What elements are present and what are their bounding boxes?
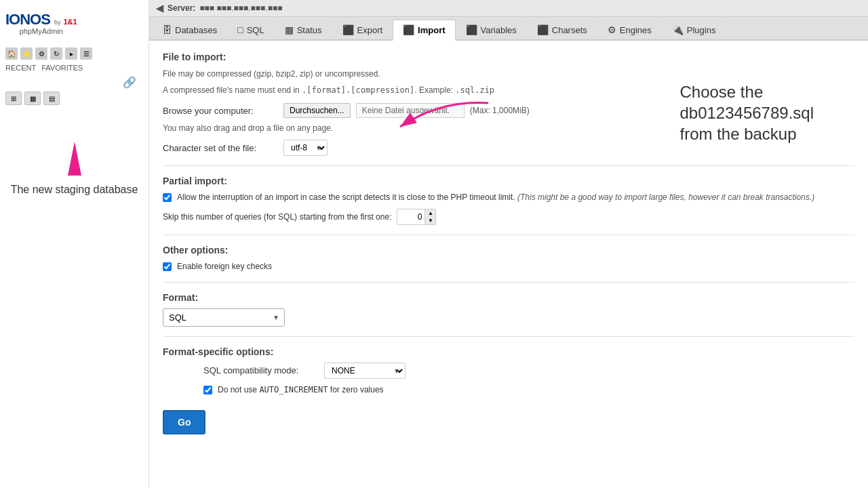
file-import-desc1: File may be compressed (gzip, bzip2, zip… bbox=[163, 68, 854, 80]
allow-interruption-label: Allow the interruption of an import in c… bbox=[177, 192, 814, 203]
compat-mode-row: SQL compatibility mode: NONE ANSI DB2 MA… bbox=[163, 363, 854, 379]
server-label: Server: bbox=[167, 3, 195, 13]
recent-link[interactable]: RECENT bbox=[5, 64, 36, 72]
refresh-icon[interactable]: ↻ bbox=[50, 47, 62, 60]
format-select-wrap: SQL CSV JSON XML bbox=[163, 308, 854, 327]
bookmark-icon[interactable]: ⭐ bbox=[20, 47, 33, 60]
skip-number-wrap: ▲ ▼ bbox=[397, 209, 436, 225]
file-import-title: File to import: bbox=[163, 52, 854, 62]
more-icon[interactable]: ▸ bbox=[65, 47, 77, 60]
import-icon: ⬛ bbox=[403, 24, 414, 35]
allow-interruption-row: Allow the interruption of an import in c… bbox=[163, 192, 854, 203]
toolbar-btn-2[interactable]: ▦ bbox=[24, 92, 41, 105]
status-icon: ▦ bbox=[285, 24, 294, 35]
chain-icon: 🔗 bbox=[123, 76, 136, 89]
charset-label: Character set of the file: bbox=[163, 143, 278, 153]
tab-status[interactable]: ▦ Status bbox=[275, 20, 332, 39]
go-button[interactable]: Go bbox=[163, 410, 205, 434]
server-info: ■■■ ■■■.■■■.■■■.■■■ bbox=[199, 3, 282, 13]
logo-by: by bbox=[54, 19, 61, 26]
stepper: ▲ ▼ bbox=[425, 209, 435, 224]
content-area: File to import: File may be compressed (… bbox=[149, 41, 868, 488]
tab-engines[interactable]: ⚙ Engines bbox=[597, 20, 662, 39]
max-size-label: (Max: 1,000MiB) bbox=[470, 106, 530, 115]
other-options-title: Other options: bbox=[163, 245, 854, 256]
tab-plugins[interactable]: 🔌 Plugins bbox=[662, 20, 726, 39]
partial-import-title: Partial import: bbox=[163, 176, 854, 186]
databases-icon: 🗄 bbox=[162, 24, 172, 35]
tab-export[interactable]: ⬛ Export bbox=[332, 20, 393, 39]
sql-icon: □ bbox=[237, 24, 243, 35]
logo-ionos: IONOS bbox=[5, 12, 50, 27]
charset-select-wrap: utf-8 latin1 utf-16 bbox=[283, 140, 328, 156]
format-specific-title: Format-specific options: bbox=[163, 346, 854, 357]
foreign-key-row: Enable foreign key checks bbox=[163, 261, 854, 272]
format-select[interactable]: SQL CSV JSON XML bbox=[163, 308, 285, 327]
foreign-key-checkbox[interactable] bbox=[163, 262, 172, 271]
engines-icon: ⚙ bbox=[608, 24, 616, 35]
file-import-section: File to import: File may be compressed (… bbox=[163, 52, 854, 96]
compat-select-wrap: NONE ANSI DB2 MAXDB MYSQL323 MYSQL40 MSS… bbox=[324, 363, 406, 379]
main-content: ◀ Server: ■■■ ■■■.■■■.■■■.■■■ 🗄 Database… bbox=[149, 0, 868, 488]
sidebar-toolbar: ⊞ ▦ ▤ bbox=[0, 89, 149, 108]
compat-mode-label: SQL compatibility mode: bbox=[203, 365, 319, 375]
nav-tabs: 🗄 Databases □ SQL ▦ Status ⬛ Export ⬛ Im… bbox=[149, 17, 868, 41]
charsets-icon: ⬛ bbox=[537, 24, 549, 35]
annotation-text: The new staging database bbox=[7, 182, 142, 197]
phpmyadmin-label: phpMyAdmin bbox=[5, 27, 77, 39]
charset-row: Character set of the file: utf-8 latin1 … bbox=[163, 140, 854, 156]
tab-databases[interactable]: 🗄 Databases bbox=[152, 20, 227, 39]
logo-brand: 1&1 bbox=[63, 18, 77, 26]
skip-number-input[interactable] bbox=[397, 211, 425, 223]
favorites-link[interactable]: FAVORITES bbox=[41, 64, 83, 72]
allow-interruption-checkbox[interactable] bbox=[163, 193, 172, 202]
sidebar: IONOS by 1&1 phpMyAdmin 🏠 ⭐ ⚙ ↻ ▸ ☰ RECE… bbox=[0, 0, 149, 488]
sidebar-icons: 🏠 ⭐ ⚙ ↻ ▸ ☰ bbox=[0, 45, 149, 62]
format-title: Format: bbox=[163, 292, 854, 303]
auto-increment-label: Do not use AUTO_INCREMENT for zero value… bbox=[218, 384, 384, 396]
browse-button[interactable]: Durchsuchen... bbox=[283, 103, 351, 118]
charset-select[interactable]: utf-8 latin1 utf-16 bbox=[283, 140, 328, 156]
file-import-desc2: A compressed file's name must end in .[f… bbox=[163, 84, 854, 96]
go-button-wrap: Go bbox=[163, 403, 854, 434]
skip-label: Skip this number of queries (for SQL) st… bbox=[163, 212, 391, 222]
settings-icon[interactable]: ⚙ bbox=[35, 47, 47, 60]
file-name-display: Keine Datei ausgewählt. bbox=[356, 103, 465, 118]
tab-charsets[interactable]: ⬛ Charsets bbox=[527, 20, 597, 39]
back-button[interactable]: ◀ bbox=[156, 3, 163, 14]
stepper-down[interactable]: ▼ bbox=[425, 217, 435, 224]
tab-import[interactable]: ⬛ Import bbox=[393, 20, 455, 41]
logo-area: IONOS by 1&1 phpMyAdmin bbox=[0, 7, 149, 45]
compat-mode-select[interactable]: NONE ANSI DB2 MAXDB MYSQL323 MYSQL40 MSS… bbox=[324, 363, 406, 379]
auto-increment-row: Do not use AUTO_INCREMENT for zero value… bbox=[163, 384, 854, 396]
home-icon[interactable]: 🏠 bbox=[5, 47, 18, 60]
auto-increment-checkbox[interactable] bbox=[203, 386, 212, 394]
extra-icon[interactable]: ☰ bbox=[80, 47, 92, 60]
sidebar-links: RECENT FAVORITES bbox=[0, 62, 149, 73]
format-select-container: SQL CSV JSON XML bbox=[163, 308, 285, 327]
export-icon: ⬛ bbox=[342, 24, 354, 35]
plugins-icon: 🔌 bbox=[672, 24, 684, 35]
foreign-key-label: Enable foreign key checks bbox=[177, 261, 272, 272]
variables-icon: ⬛ bbox=[466, 24, 477, 35]
drag-note: You may also drag and drop a file on any… bbox=[163, 123, 854, 133]
toolbar-btn-1[interactable]: ⊞ bbox=[5, 92, 22, 105]
tab-variables[interactable]: ⬛ Variables bbox=[456, 20, 527, 39]
stepper-up[interactable]: ▲ bbox=[425, 209, 435, 217]
toolbar-btn-3[interactable]: ▤ bbox=[43, 92, 60, 105]
skip-queries-row: Skip this number of queries (for SQL) st… bbox=[163, 209, 854, 225]
browse-label: Browse your computer: bbox=[163, 106, 278, 116]
browse-row: Browse your computer: Durchsuchen... Kei… bbox=[163, 103, 854, 118]
tab-sql[interactable]: □ SQL bbox=[227, 20, 274, 39]
topbar: ◀ Server: ■■■ ■■■.■■■.■■■.■■■ bbox=[149, 0, 868, 17]
annotation-area: The new staging database bbox=[0, 142, 149, 197]
